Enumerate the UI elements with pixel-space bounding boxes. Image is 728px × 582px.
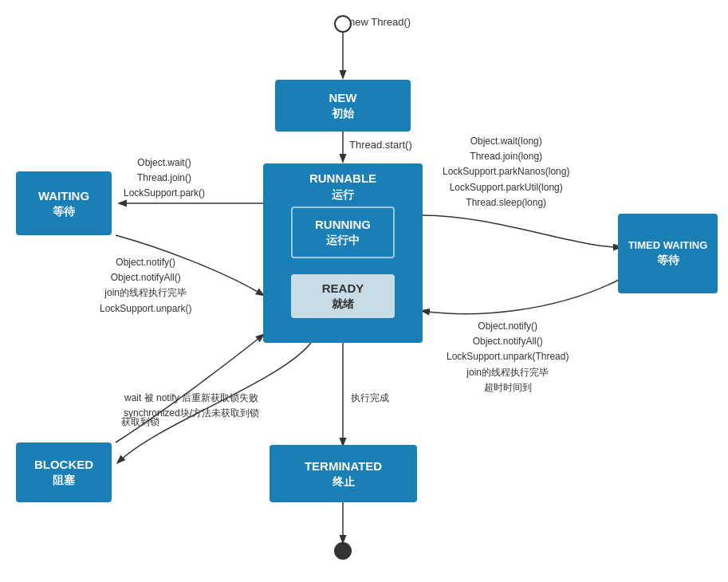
blocked-state-zh: 阻塞 [53,473,75,489]
timed-waiting-state: TIMED WAITING 等待 [618,214,718,293]
timed-waiting-state-zh: 等待 [657,253,679,269]
ready-state: READY 就绪 [291,274,395,318]
label-thread-start: Thread.start() [349,137,412,153]
running-state-en: RUNNING [315,216,371,233]
waiting-state-en: WAITING [38,187,89,204]
ready-state-zh: 就绪 [332,297,354,313]
blocked-state-en: BLOCKED [34,456,93,473]
new-state-en: NEW [329,89,357,106]
svg-point-0 [335,16,351,32]
waiting-state-zh: 等待 [53,204,75,220]
waiting-state: WAITING 等待 [16,171,112,235]
terminated-state-en: TERMINATED [305,458,382,474]
label-exec-done: 执行完成 [351,391,389,405]
terminated-state-zh: 终止 [333,474,355,490]
label-from-blocked: 获取到锁 [121,415,159,429]
label-from-timed: Object.notify()Object.notifyAll()LockSup… [447,319,569,395]
label-to-waiting: Object.wait()Thread.join()LockSupport.pa… [124,155,205,202]
runnable-state-en: RUNNABLE [309,171,376,185]
terminated-state: TERMINATED 终止 [270,445,417,502]
ready-state-en: READY [322,280,364,297]
label-from-waiting: Object.notify()Object.notifyAll()join的线程… [100,255,191,317]
label-new-thread: new Thread() [349,14,411,30]
thread-state-diagram: NEW 初始 RUNNABLE 运行 RUNNING 运行中 READY 就绪 … [0,0,728,582]
new-state-zh: 初始 [332,106,354,122]
timed-waiting-state-en: TIMED WAITING [628,238,708,253]
end-circle [334,542,352,560]
label-to-timed: Object.wait(long)Thread.join(long)LockSu… [443,134,569,210]
runnable-state-zh: 运行 [270,187,416,203]
running-state: RUNNING 运行中 [291,206,395,258]
blocked-state: BLOCKED 阻塞 [16,442,112,502]
runnable-state: RUNNABLE 运行 RUNNING 运行中 READY 就绪 [263,163,423,343]
new-state: NEW 初始 [275,80,411,132]
running-state-zh: 运行中 [326,233,360,249]
